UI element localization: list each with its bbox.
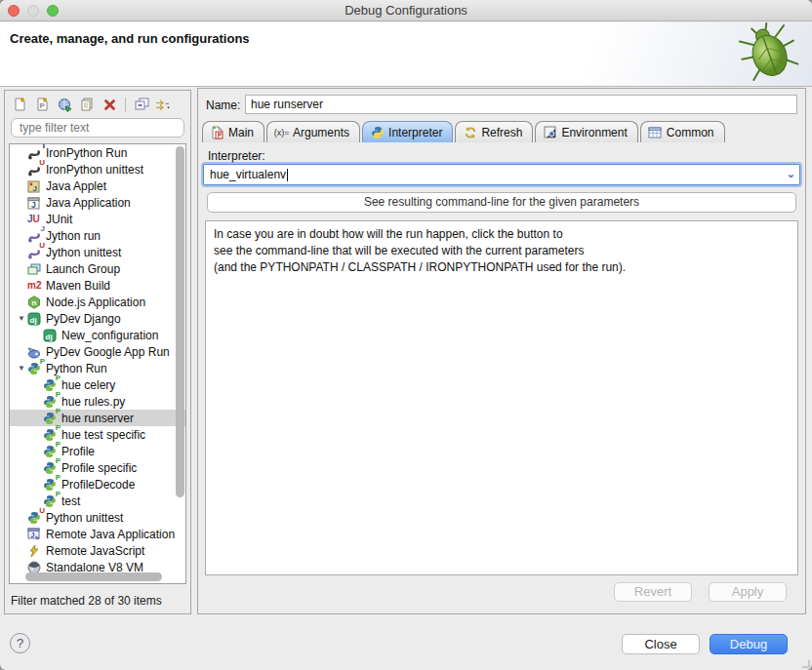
tree-item-label: hue test specific [61,428,145,442]
tree-item-label: Maven Build [46,279,110,293]
tree-item-label: Jython run [46,229,101,243]
tree-item[interactable]: JJython run [10,227,185,244]
environment-icon [543,126,557,139]
tree-item[interactable]: UPython unittest [10,509,185,526]
resize-grip[interactable] [802,660,810,668]
command-line-info-text[interactable]: In case you are in doubt how will the ru… [205,220,798,575]
tree-item[interactable]: Launch Group [10,260,185,277]
svg-text:P: P [218,132,223,138]
svg-text:P: P [39,101,45,110]
tree-item[interactable]: ▼PPython Run [10,360,185,376]
ironpython-unittest-icon: U [27,162,43,177]
django-icon: dj [27,311,43,326]
tree-item-label: PyDev Django [46,312,121,326]
tree-item[interactable]: PProfile specific [10,459,185,476]
help-button[interactable]: ? [10,633,30,653]
common-table-icon [648,126,663,139]
collapse-all-icon[interactable] [133,97,150,113]
maven-build-icon: m2 [27,278,43,293]
tree-item-label: Java Application [46,196,131,210]
info-line: In case you are in doubt how will the ru… [214,226,790,243]
debug-button[interactable]: Debug [710,634,788,654]
svg-text:dj: dj [30,316,37,325]
tree-item-label: IronPython unittest [46,163,143,177]
tree-horizontal-scrollbar[interactable] [25,572,162,581]
tab-label: Refresh [481,126,522,139]
java-application-icon: J [27,195,43,210]
window-title: Debug Configurations [0,3,812,18]
tree-item-label: New_configuration [61,329,158,342]
tree-item[interactable]: PProfile [10,443,185,459]
expanded-arrow-icon[interactable]: ▼ [16,364,27,373]
java-applet-icon: J [27,178,43,193]
tab-refresh[interactable]: Refresh [455,121,533,142]
tab-main[interactable]: PMain [202,121,264,142]
new-config-icon[interactable] [11,97,28,113]
tree-item[interactable]: ▼djPyDev Django [10,310,185,327]
tree-item[interactable]: Phue rules.py [10,393,185,410]
tree-item[interactable]: JUJUnit [10,211,185,227]
filter-input[interactable] [11,118,184,138]
debug-configurations-dialog: Debug Configurations Create, manage, and… [0,0,812,670]
configurations-tree[interactable]: IIronPython RunUIronPython unittestJJava… [9,143,186,584]
tree-item[interactable]: Phue test specific [10,426,185,443]
delete-icon[interactable] [101,97,118,113]
revert-button[interactable]: Revert [614,582,692,602]
new-prototype-icon[interactable]: P [33,97,51,113]
tree-item[interactable]: IIronPython Run [10,144,185,161]
tree-item[interactable]: UIronPython unittest [10,161,185,177]
tree-item-label: Java Applet [46,179,106,193]
tree-item[interactable]: Remote JavaScript [10,542,185,559]
tab-arguments[interactable]: (x)=Arguments [266,121,360,142]
configurations-sidebar: P IIronPython RunUIronPython unittestJJa… [4,90,191,614]
name-input[interactable] [245,95,797,114]
tree-item[interactable]: Ptest [10,493,185,509]
tree-item[interactable]: JJava Applet [10,177,185,194]
tab-common[interactable]: Common [640,121,725,142]
interpreter-combo[interactable]: hue_virtualenv ⌄ [203,164,800,185]
tree-item-label: test [61,494,80,508]
tab-label: Interpreter [388,126,442,139]
jython-unittest-icon: U [27,245,43,259]
refresh-icon [463,126,477,139]
tab-label: Arguments [293,126,349,139]
tree-item[interactable]: PProfileDecode [10,476,185,493]
tree-item-label: ProfileDecode [61,478,135,492]
info-line: (and the PYTHONPATH / CLASSPATH / IRONPY… [214,259,790,276]
chevron-down-icon[interactable]: ⌄ [787,168,795,180]
tree-item[interactable]: nNode.js Application [10,294,185,310]
text-caret [287,169,288,181]
tree-item[interactable]: PyDev Google App Run [10,343,185,360]
remote-js-icon [27,543,43,558]
filter-menu-icon[interactable] [155,97,173,113]
export-config-icon[interactable] [56,97,73,113]
apply-button[interactable]: Apply [709,582,787,602]
svg-text:J: J [33,184,37,193]
close-button[interactable]: Close [622,634,700,654]
tree-item-label: Python unittest [46,511,123,525]
tree-item[interactable]: JJava Application [10,194,185,211]
name-label: Name: [206,99,240,112]
remote-java-icon: J [27,527,43,541]
python-run-icon: P [27,361,43,375]
svg-text:J: J [31,532,35,538]
see-command-line-button[interactable]: See resulting command-line for the given… [207,192,796,213]
tree-item-label: IronPython Run [46,146,127,160]
tree-item[interactable]: Phue celery [10,376,185,393]
banner-heading: Create, manage, and run configurations [10,31,250,46]
arguments-icon: (x)= [274,126,289,139]
tree-item[interactable]: UJython unittest [10,244,185,260]
tree-vertical-scrollbar[interactable] [176,146,184,497]
debug-bug-icon [730,22,808,89]
tree-item[interactable]: m2Maven Build [10,277,185,294]
expanded-arrow-icon[interactable]: ▼ [16,314,27,323]
tab-interpreter[interactable]: Interpreter [362,121,453,142]
tree-item-label: Launch Group [46,262,120,276]
tree-item-selected[interactable]: Phue runserver [10,410,185,426]
tab-environment[interactable]: Environment [535,121,637,142]
duplicate-icon[interactable] [78,97,96,113]
tree-item[interactable]: JRemote Java Application [10,526,185,542]
toolbar-separator [125,98,126,112]
main-tab-icon: P [210,126,224,139]
tree-item[interactable]: djNew_configuration [10,327,185,343]
